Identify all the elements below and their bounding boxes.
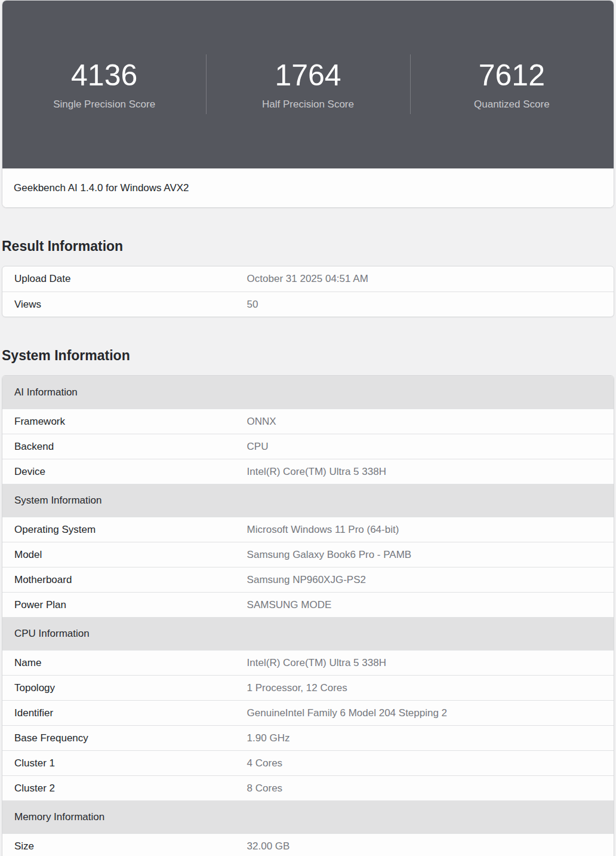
table-row: Views 50 — [2, 292, 614, 317]
system-information-table: AI Information Framework ONNX Backend CP… — [2, 375, 614, 856]
section-band-memory-information: Memory Information — [2, 800, 614, 833]
row-value: 8 Cores — [247, 783, 292, 794]
row-label: Backend — [2, 441, 247, 453]
single-precision-score-label: Single Precision Score — [2, 99, 206, 111]
single-precision-score-value: 4136 — [2, 61, 206, 90]
row-value: Microsoft Windows 11 Pro (64-bit) — [247, 524, 409, 536]
row-value: 32.00 GB — [247, 840, 300, 852]
half-precision-score-value: 1764 — [206, 61, 409, 90]
row-label: Topology — [2, 682, 247, 694]
table-row: Topology 1 Processor, 12 Cores — [2, 675, 614, 700]
row-label: Identifier — [2, 707, 247, 719]
system-information-heading: System Information — [2, 348, 614, 363]
quantized-score: 7612 Quantized Score — [410, 59, 614, 111]
row-value: Intel(R) Core(TM) Ultra 5 338H — [247, 657, 396, 669]
table-row: Cluster 1 4 Cores — [2, 750, 614, 775]
row-label: Model — [2, 549, 247, 561]
benchmark-version-bar: Geekbench AI 1.4.0 for Windows AVX2 — [2, 168, 614, 207]
row-value: GenuineIntel Family 6 Model 204 Stepping… — [247, 707, 457, 719]
row-label: Size — [2, 840, 247, 852]
table-row: Device Intel(R) Core(TM) Ultra 5 338H — [2, 459, 614, 484]
score-header: 4136 Single Precision Score 1764 Half Pr… — [2, 1, 614, 168]
row-value: 50 — [247, 299, 268, 311]
row-value: Samsung NP960XJG-PS2 — [247, 574, 375, 586]
section-band-title: System Information — [14, 495, 101, 507]
row-value: ONNX — [247, 416, 286, 428]
benchmark-version-text: Geekbench AI 1.4.0 for Windows AVX2 — [14, 182, 189, 194]
table-row: Backend CPU — [2, 434, 614, 459]
page-container: 4136 Single Precision Score 1764 Half Pr… — [2, 0, 614, 856]
row-value: October 31 2025 04:51 AM — [247, 273, 378, 285]
half-precision-score-label: Half Precision Score — [206, 99, 409, 111]
row-label: Views — [2, 299, 247, 311]
row-value: 1.90 GHz — [247, 732, 300, 744]
quantized-score-value: 7612 — [410, 61, 614, 90]
table-row: Cluster 2 8 Cores — [2, 775, 614, 800]
section-band-title: CPU Information — [14, 628, 90, 640]
score-divider — [206, 54, 207, 114]
score-card: 4136 Single Precision Score 1764 Half Pr… — [2, 0, 614, 208]
section-band-ai-information: AI Information — [2, 376, 614, 409]
table-row: Size 32.00 GB — [2, 833, 614, 856]
row-value: Intel(R) Core(TM) Ultra 5 338H — [247, 466, 396, 478]
row-label: Cluster 1 — [2, 757, 247, 769]
result-information-heading: Result Information — [2, 238, 614, 254]
row-label: Cluster 2 — [2, 783, 247, 794]
quantized-score-label: Quantized Score — [410, 99, 614, 111]
table-row: Base Frequency 1.90 GHz — [2, 725, 614, 750]
row-label: Power Plan — [2, 599, 247, 611]
row-label: Name — [2, 657, 247, 669]
single-precision-score: 4136 Single Precision Score — [2, 59, 206, 111]
table-row: Upload Date October 31 2025 04:51 AM — [2, 266, 614, 292]
row-value: Samsung Galaxy Book6 Pro - PAMB — [247, 549, 421, 561]
score-divider — [410, 54, 411, 114]
table-row: Operating System Microsoft Windows 11 Pr… — [2, 517, 614, 542]
table-row: Power Plan SAMSUNG MODE — [2, 592, 614, 617]
table-row: Framework ONNX — [2, 409, 614, 434]
row-value: SAMSUNG MODE — [247, 599, 341, 611]
row-label: Upload Date — [2, 273, 247, 285]
row-label: Framework — [2, 416, 247, 428]
half-precision-score: 1764 Half Precision Score — [206, 59, 409, 111]
table-row: Identifier GenuineIntel Family 6 Model 2… — [2, 700, 614, 725]
row-value: 4 Cores — [247, 757, 292, 769]
table-row: Name Intel(R) Core(TM) Ultra 5 338H — [2, 650, 614, 675]
table-row: Motherboard Samsung NP960XJG-PS2 — [2, 567, 614, 592]
section-band-system-information: System Information — [2, 484, 614, 517]
row-label: Motherboard — [2, 574, 247, 586]
section-band-title: AI Information — [14, 386, 78, 398]
result-information-table: Upload Date October 31 2025 04:51 AM Vie… — [2, 266, 614, 317]
table-row: Model Samsung Galaxy Book6 Pro - PAMB — [2, 542, 614, 567]
row-label: Operating System — [2, 524, 247, 536]
row-value: CPU — [247, 441, 278, 453]
row-label: Device — [2, 466, 247, 478]
row-value: 1 Processor, 12 Cores — [247, 682, 357, 694]
section-band-title: Memory Information — [14, 811, 104, 823]
row-label: Base Frequency — [2, 732, 247, 744]
section-band-cpu-information: CPU Information — [2, 617, 614, 650]
